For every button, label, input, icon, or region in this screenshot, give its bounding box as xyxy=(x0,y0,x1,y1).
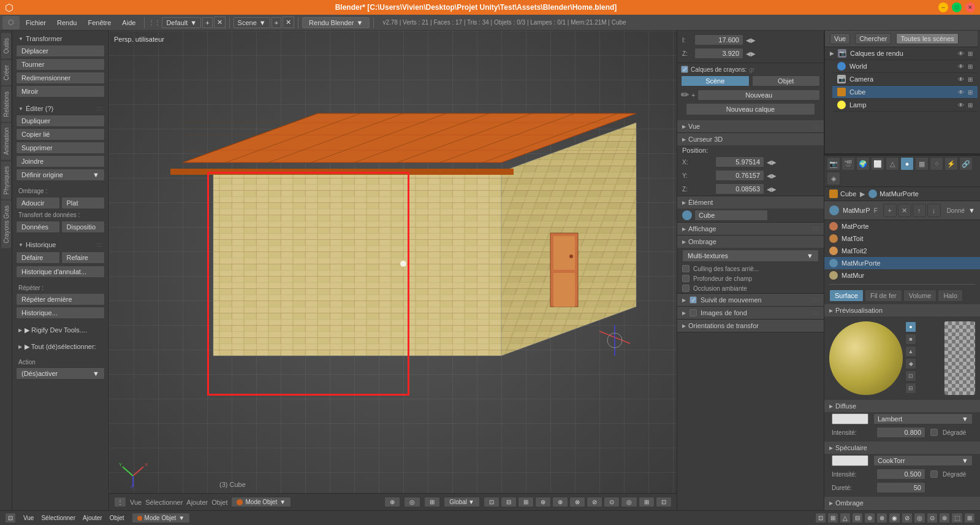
btn-objet[interactable]: Objet xyxy=(752,75,821,86)
vp-icon-7[interactable]: ⊘ xyxy=(587,497,602,507)
close-button[interactable]: ✕ xyxy=(965,2,975,12)
world-render[interactable]: ⊞ xyxy=(968,63,973,70)
vp-icon-10[interactable]: ⊞ xyxy=(639,497,655,507)
vp-icon-8[interactable]: ⊙ xyxy=(604,497,620,507)
statusbar-vue[interactable]: Vue xyxy=(23,515,34,521)
btn-redimensionner[interactable]: Redimensionner xyxy=(16,72,105,84)
outliner-item-action-1[interactable]: 👁 xyxy=(958,50,964,57)
vp-xform-btn[interactable]: ⊞ xyxy=(424,497,440,507)
vp-icon-6[interactable]: ⊗ xyxy=(569,497,585,507)
outliner-calques-rendu[interactable]: ▶ 📷 Calques de rendu 👁 ⊞ xyxy=(825,47,978,60)
btn-repeter-hist[interactable]: Historique... xyxy=(16,307,105,319)
images-checkbox[interactable] xyxy=(689,309,697,316)
element-header[interactable]: ▶ Élément xyxy=(677,196,824,209)
vp-icon-9[interactable]: ◎ xyxy=(621,497,637,507)
curseur-header[interactable]: ▶ Curseur 3D xyxy=(677,133,824,145)
prop-icon-camera[interactable]: 📷 xyxy=(827,157,840,171)
camera-render[interactable]: ⊞ xyxy=(968,76,973,83)
tab-outils[interactable]: Outils xyxy=(1,33,11,59)
btn-donnees[interactable]: Données xyxy=(16,221,60,233)
diffuse-color-swatch[interactable] xyxy=(832,413,868,424)
prop-icon-mesh[interactable]: △ xyxy=(886,157,899,171)
vp-pivot-btn[interactable]: ◎ xyxy=(404,497,420,507)
x-input[interactable]: 5.97514 xyxy=(715,156,764,167)
status-icon-4[interactable]: ⊟ xyxy=(852,513,863,523)
element-name-input[interactable]: Cube xyxy=(694,210,768,221)
images-header[interactable]: ▶ Images de fond :::: xyxy=(677,307,824,319)
speculaire-header[interactable]: ▶ Spéculaire xyxy=(824,442,980,454)
btn-repeter-derniere[interactable]: Répéter dernière xyxy=(16,293,105,305)
affichage-header[interactable]: ▶ Affichage :::: xyxy=(677,223,824,235)
render-engine-dropdown[interactable]: Rendu Blender ▼ xyxy=(302,17,370,28)
diffuse-header[interactable]: ▶ Diffuse xyxy=(824,400,980,412)
prop-icon-constraints[interactable]: 🔗 xyxy=(959,157,973,171)
outliner-item-action-2[interactable]: ⊞ xyxy=(968,50,973,57)
vp-icon-3[interactable]: ⊞ xyxy=(518,497,534,507)
tout-header[interactable]: ▶ ▶ Tout (dé)sélectionner: xyxy=(16,341,105,353)
prop-icon-physics[interactable]: ⚡ xyxy=(944,157,958,171)
mat-item-matmurporte[interactable]: MatMurPorte xyxy=(824,257,980,269)
status-icon-11[interactable]: ⊛ xyxy=(939,513,950,523)
mat-btn-2[interactable]: ✕ xyxy=(898,204,911,217)
menu-fenetre[interactable]: Fenêtre xyxy=(83,17,116,28)
dropdown-definir-origine[interactable]: Définir origine ▼ xyxy=(16,169,105,181)
vp-snap-btn[interactable]: ⊕ xyxy=(384,497,400,507)
outliner-all-scenes-btn[interactable]: Toutes les scènes xyxy=(896,33,958,44)
preview-btn-1[interactable]: ■ xyxy=(905,334,916,345)
ombrage-mat-header[interactable]: ▶ Ombrage xyxy=(824,497,980,509)
blender-menu-icon[interactable]: ⬡ xyxy=(2,16,20,29)
calques-checkbox[interactable]: ✓ xyxy=(681,66,688,73)
culling-checkbox[interactable] xyxy=(682,265,689,272)
vp-add-label[interactable]: Ajouter xyxy=(186,499,208,506)
degrade2-checkbox[interactable] xyxy=(930,470,938,478)
btn-scene[interactable]: Scène xyxy=(681,75,750,86)
btn-nouveau-calque[interactable]: Nouveau calque xyxy=(686,103,815,115)
lamp-render[interactable]: ⊞ xyxy=(968,102,973,109)
spec-color-swatch[interactable] xyxy=(832,455,868,466)
preview-btn-sphere[interactable]: ● xyxy=(905,321,916,332)
btn-copier-lie[interactable]: Copier lié xyxy=(16,128,105,140)
rigify-header[interactable]: ▶ ▶ Rigify Dev Tools.... xyxy=(16,324,105,336)
editer-header[interactable]: ▼ Éditer (?) :::: xyxy=(16,103,105,114)
mode-dropdown[interactable]: Mode Objet ▼ xyxy=(231,497,291,507)
y-input[interactable]: 0.76157 xyxy=(715,170,764,181)
suivit-header[interactable]: ▶ ✓ Suivit de mouvemen :::: xyxy=(677,294,824,306)
btn-adoucir[interactable]: Adoucir xyxy=(16,197,60,209)
statusbar-object[interactable]: Objet xyxy=(110,515,124,521)
statusbar-add[interactable]: Ajouter xyxy=(83,515,102,521)
ombrage-dropdown[interactable]: Multi-textures ▼ xyxy=(682,250,819,262)
preview-btn-4[interactable]: ⊡ xyxy=(905,370,916,381)
diffuse-intensity-input[interactable]: 0.800 xyxy=(876,427,925,438)
outliner-search-btn[interactable]: Chercher xyxy=(855,33,891,44)
orientations-header[interactable]: ▶ Orientations de transfor xyxy=(677,320,824,332)
tab-surface[interactable]: Surface xyxy=(829,289,864,302)
tab-halo[interactable]: Halo xyxy=(938,289,963,302)
btn-miroir[interactable]: Miroir xyxy=(16,85,105,98)
z-top-value[interactable]: 3.920 xyxy=(694,48,743,59)
preview-btn-2[interactable]: ▲ xyxy=(905,346,916,357)
outliner-camera[interactable]: 📷 Camera 👁 ⊞ xyxy=(832,73,978,86)
occlusion-checkbox[interactable] xyxy=(682,285,689,292)
btn-joindre[interactable]: Joindre xyxy=(16,155,105,167)
btn-defaire[interactable]: Défaire xyxy=(16,251,60,264)
workspace-remove-btn[interactable]: ✕ xyxy=(214,17,226,28)
tab-physiques[interactable]: Physiques xyxy=(1,161,11,199)
cube-visibility[interactable]: 👁 xyxy=(958,89,964,96)
btn-tourner[interactable]: Tourner xyxy=(16,58,105,71)
vp-object-label[interactable]: Objet xyxy=(211,499,227,506)
durete-input[interactable]: 50 xyxy=(876,482,925,493)
diffuse-shader-dropdown[interactable]: Lambert ▼ xyxy=(873,413,973,424)
preview-btn-5[interactable]: ⊟ xyxy=(905,383,916,394)
vp-icon-2[interactable]: ⊟ xyxy=(501,497,517,507)
tab-crayons[interactable]: Crayons Gras xyxy=(1,201,11,248)
prop-icon-world[interactable]: 🌍 xyxy=(856,157,870,171)
vp-icon-4[interactable]: ⊛ xyxy=(535,497,551,507)
status-icon-6[interactable]: ⊗ xyxy=(876,513,887,523)
vp-icon-5[interactable]: ⊕ xyxy=(552,497,568,507)
z-cursor-input[interactable]: 0.08563 xyxy=(715,183,764,194)
spec-shader-dropdown[interactable]: CookTorr ▼ xyxy=(873,455,973,466)
outliner-vue-btn[interactable]: Vue xyxy=(830,33,850,44)
mat-item-mattoit[interactable]: MatToit xyxy=(824,232,980,245)
tab-volume[interactable]: Volume xyxy=(903,289,937,302)
status-icon-10[interactable]: ⊙ xyxy=(927,513,938,523)
